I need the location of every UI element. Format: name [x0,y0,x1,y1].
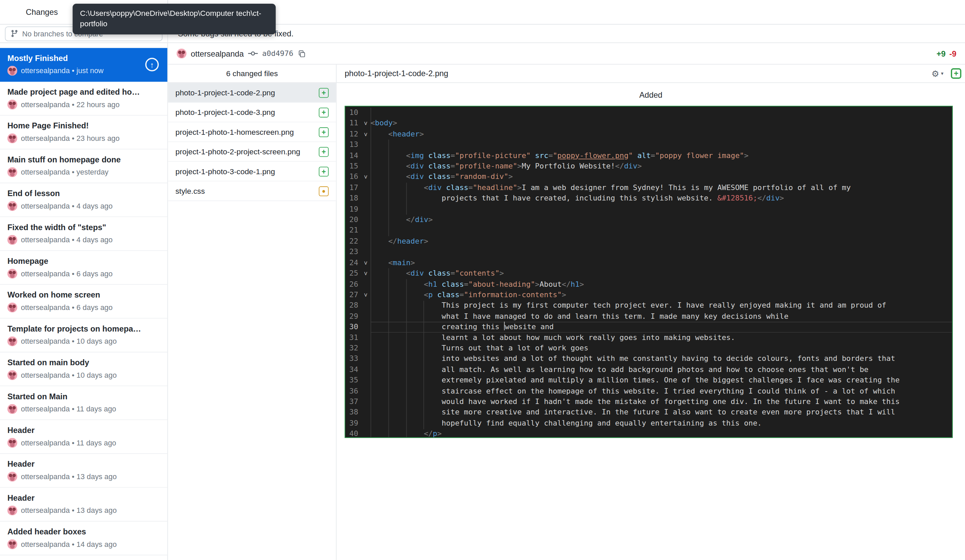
git-commit-icon [248,49,258,58]
code-line: 37 would have worked if I hadn't made th… [345,397,952,407]
avatar [7,472,17,482]
commit-meta: ottersealpanda • 6 days ago [7,269,160,279]
code-line: 15 <div class="profile-name">My Portfoli… [345,161,952,172]
diff-panel: photo-1-project-1-code-2.png ⚙ ▾ + Added… [337,65,965,560]
tab-changes[interactable]: Changes [0,0,83,24]
code-line: 22 </header> [345,236,952,247]
changed-files-count: 6 changed files [226,69,278,78]
commit-meta: ottersealpanda • 4 days ago [7,235,160,245]
commit-description-row: Some bugs still need to be fixed. [168,24,965,43]
commit-author-time: ottersealpanda • 11 days ago [21,405,116,413]
commit-meta: ottersealpanda • 11 days ago [7,438,160,448]
avatar [7,100,17,109]
commit-list-item[interactable]: Worked on home screenottersealpanda • 6 … [0,285,167,318]
diff-options-button[interactable]: ⚙ ▾ [931,69,944,78]
file-row[interactable]: project-1-photo-3-code-1.png+ [168,162,336,181]
code-line: 36 staircase effect on the homepage of t… [345,386,952,397]
file-row[interactable]: project-1-photo-1-homescreen.png+ [168,122,336,142]
commit-title: End of lesson [7,189,160,198]
copy-icon[interactable] [298,49,306,58]
commit-meta: ottersealpanda • just now [7,66,160,75]
commit-title: Header [7,459,160,469]
code-line: 21 [345,225,952,236]
commit-author-time: ottersealpanda • 14 days ago [21,540,117,549]
commit-author-time: ottersealpanda • 22 hours ago [21,100,120,109]
commit-list-item[interactable]: Home Page Finished!ottersealpanda • 23 h… [0,116,167,149]
code-line: 39 hopefully find equally challenging an… [345,418,952,429]
commit-meta: ottersealpanda • 22 hours ago [7,100,160,109]
commit-list-item[interactable]: Template for projects on homepageotterse… [0,319,167,353]
file-row[interactable]: photo-1-project-1-code-3.png+ [168,103,336,122]
avatar [7,336,17,346]
toolbar-blank-area [168,0,965,24]
commit-title: Mostly Finished [7,54,160,63]
avatar [7,134,17,143]
commit-title: Header [7,426,160,435]
avatar [7,505,17,515]
commit-title: Home Page Finished! [7,121,160,131]
avatar [7,302,17,312]
code-line: 25> <div class="contents"> [345,268,952,279]
commit-author-time: ottersealpanda • 10 days ago [21,337,117,346]
expand-diff-button[interactable]: + [951,69,961,79]
file-list[interactable]: photo-1-project-1-code-2.png+photo-1-pro… [168,83,336,560]
file-status-added-icon: + [319,88,329,97]
commit-author-time: ottersealpanda • 4 days ago [21,235,113,244]
commit-author-time: ottersealpanda • 6 days ago [21,303,113,312]
code-line: 28 This project is my first computer tec… [345,300,952,311]
plus-icon: + [954,69,958,77]
unpushed-arrow-badge: ↑ [145,58,159,72]
diff-header: photo-1-project-1-code-2.png ⚙ ▾ + [337,65,965,83]
avatar [7,66,17,75]
commit-title: Fixed the width of "steps" [7,223,160,232]
commit-list-item[interactable]: Fixed the width of "steps"ottersealpanda… [0,217,167,251]
commit-meta: ottersealpanda • 10 days ago [7,370,160,380]
commit-list-item[interactable]: End of lessonottersealpanda • 4 days ago [0,183,167,217]
file-status-added-icon: + [319,147,329,156]
code-line: 24> <main> [345,258,952,268]
commit-list[interactable]: Mostly Finishedottersealpanda • just now… [0,43,167,560]
commit-list-item[interactable]: Started on main bodyottersealpanda • 10 … [0,353,167,386]
commit-list-item[interactable]: Headerottersealpanda • 13 days ago [0,454,167,488]
changed-files-header: 6 changed files [168,65,336,83]
commit-list-item[interactable]: Main stuff on homepage doneottersealpand… [0,150,167,183]
code-line: 35 extremely pixelated and multiply a mi… [345,376,952,386]
commit-meta: ottersealpanda • 14 days ago [7,539,160,549]
commit-meta: ottersealpanda • 11 days ago [7,404,160,414]
diff-body: Added 1011><body>12> <header>1314 <img c… [337,83,965,560]
commit-list-item[interactable]: Homepageottersealpanda • 6 days ago [0,251,167,285]
commit-meta: ottersealpanda • 4 days ago [7,201,160,211]
commit-meta: ottersealpanda • 10 days ago [7,336,160,346]
file-status-added-icon: + [319,127,329,137]
additions-count: +9 [936,49,945,58]
code-line: 27> <p class="information-contents"> [345,290,952,300]
commit-meta: ottersealpanda • 13 days ago [7,505,160,515]
code-line: 14 <img class="profile-picture" src="pop… [345,150,952,162]
image-status-label: Added [337,90,965,100]
file-row[interactable]: project-1-photo-2-project-screen.png+ [168,142,336,162]
commit-list-item[interactable]: Mostly Finishedottersealpanda • just now… [0,48,167,82]
code-line: 11><body> [345,118,952,129]
code-line: 23 [345,247,952,258]
commit-list-item[interactable]: Made project page and edited home sc…ott… [0,82,167,116]
commit-list-item[interactable]: Headerottersealpanda • 13 days ago [0,488,167,521]
file-row[interactable]: style.css• [168,181,336,201]
github-desktop-window: Changes History No branches to compare M… [0,0,965,560]
code-line: 30 creating this website and [345,322,952,333]
file-name: photo-1-project-1-code-3.png [175,108,314,117]
commit-list-item[interactable]: Headerottersealpanda • 11 days ago [0,420,167,454]
commit-list-item[interactable]: Started on Mainottersealpanda • 11 days … [0,386,167,420]
file-row[interactable]: photo-1-project-1-code-2.png+ [168,83,336,103]
history-sidebar: No branches to compare Mostly Finishedot… [0,24,168,560]
code-editor-screenshot: 1011><body>12> <header>1314 <img class="… [345,106,952,438]
file-name: style.css [175,187,314,196]
commit-title: Main stuff on homepage done [7,155,160,164]
commit-author-time: ottersealpanda • 11 days ago [21,438,116,447]
file-status-added-icon: + [319,108,329,117]
commit-author-time: ottersealpanda • 13 days ago [21,472,117,481]
commit-title: Worked on home screen [7,291,160,300]
avatar [7,404,17,414]
commit-author: ottersealpanda [191,49,244,58]
commit-list-item[interactable]: Added header boxesottersealpanda • 14 da… [0,522,167,555]
avatar [177,49,186,58]
